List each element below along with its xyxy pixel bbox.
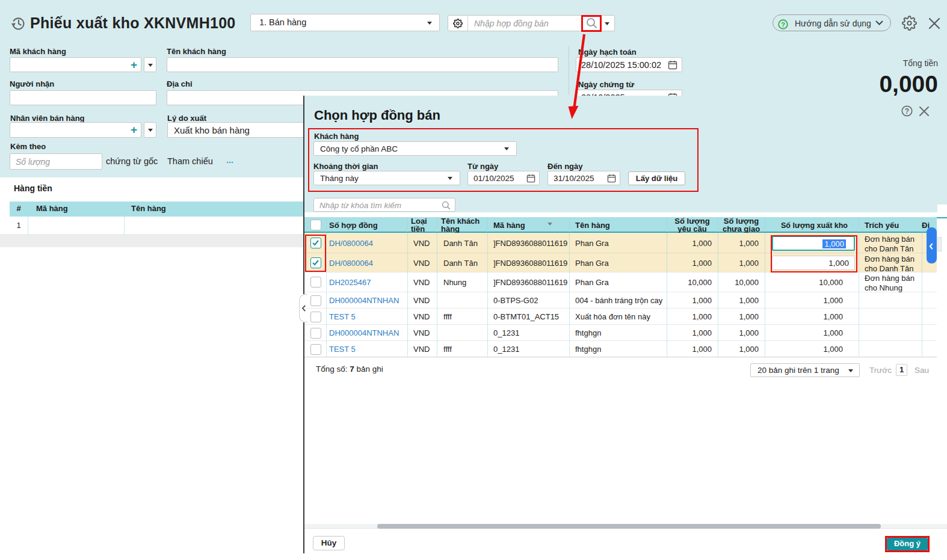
svg-text:?: ? (905, 107, 909, 115)
svg-text:?: ? (781, 21, 785, 28)
